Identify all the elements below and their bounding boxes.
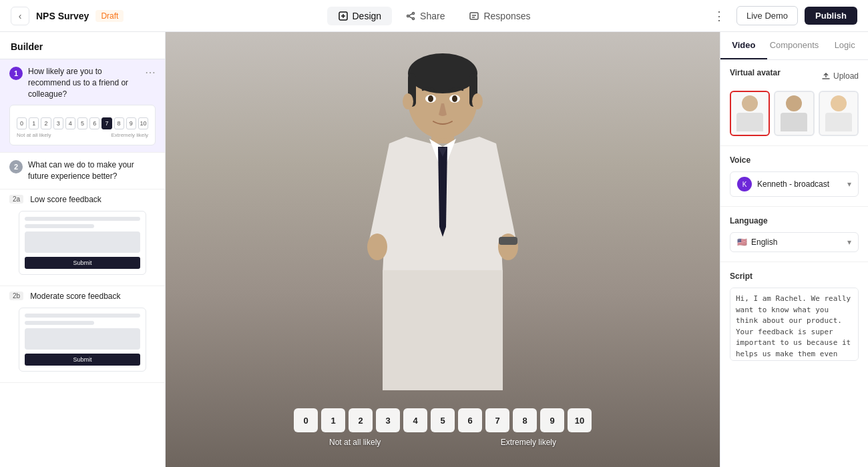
tab-design[interactable]: Design xyxy=(327,7,393,25)
nps-button-3[interactable]: 3 xyxy=(376,408,400,432)
nav-right: ⋮ Live Demo Publish xyxy=(575,5,857,27)
q2b-badge: 2b xyxy=(9,292,23,300)
nps-button-0[interactable]: 0 xyxy=(294,408,318,432)
q1-header: 1 How likely are you to recommend us to … xyxy=(9,66,156,99)
design-icon xyxy=(338,11,349,21)
nps-button-2[interactable]: 2 xyxy=(349,408,373,432)
divider-1 xyxy=(720,145,868,146)
fake-line-3 xyxy=(25,314,140,318)
right-panel: Video Components Logic Virtual avatar Up… xyxy=(720,32,868,467)
avatar-upload-row: Virtual avatar Upload xyxy=(730,68,859,84)
divider-2 xyxy=(720,206,868,207)
q1-text: How likely are you to recommend us to a … xyxy=(28,66,140,99)
publish-button[interactable]: Publish xyxy=(805,7,857,25)
fake-line-2 xyxy=(25,224,94,228)
q1-preview: 0 1 2 3 4 5 6 7 8 9 10 Not at all likely… xyxy=(9,105,156,145)
language-label: Language xyxy=(730,216,859,225)
svg-point-3 xyxy=(413,17,415,19)
question-item-2b[interactable]: 2b Moderate score feedback Submit xyxy=(0,286,165,383)
live-demo-button[interactable]: Live Demo xyxy=(736,6,798,25)
fake-line-1 xyxy=(25,217,140,221)
share-icon xyxy=(405,11,416,21)
avatar-2-placeholder xyxy=(775,92,813,135)
fake-line-4 xyxy=(25,321,94,325)
q2a-title: Low score feedback xyxy=(30,195,101,204)
nps-button-5[interactable]: 5 xyxy=(431,408,455,432)
draft-badge: Draft xyxy=(95,10,124,22)
language-dropdown[interactable]: 🇺🇸 English ▾ xyxy=(730,232,859,252)
back-button[interactable]: ‹ xyxy=(11,7,29,25)
virtual-avatar-section: Virtual avatar Upload xyxy=(720,60,868,144)
fake-textarea-2 xyxy=(25,328,140,350)
q2a-preview: Submit xyxy=(19,211,146,275)
svg-point-1 xyxy=(413,12,415,14)
panel-tabs: Video Components Logic xyxy=(720,32,868,60)
avatar-grid xyxy=(730,91,859,136)
nps-button-8[interactable]: 8 xyxy=(513,408,537,432)
q2-number: 2 xyxy=(9,160,23,173)
svg-point-17 xyxy=(452,95,457,102)
avatar3-body xyxy=(825,113,852,131)
voice-label: Voice xyxy=(730,155,859,165)
svg-rect-13 xyxy=(383,270,503,390)
svg-rect-4 xyxy=(470,13,478,19)
avatar3-head xyxy=(831,95,847,111)
submit-btn-preview: Submit xyxy=(25,257,140,269)
panel-tab-components[interactable]: Components xyxy=(767,32,822,59)
q2-text: What can we do to make your future exper… xyxy=(28,159,156,182)
responses-icon xyxy=(469,11,479,21)
q2b-title: Moderate score feedback xyxy=(30,292,120,301)
svg-point-2 xyxy=(407,15,409,17)
upload-button[interactable]: Upload xyxy=(821,70,859,82)
voice-selected-label: Kenneth - broadcast xyxy=(757,179,829,189)
nps-button-9[interactable]: 9 xyxy=(540,408,564,432)
language-selected-label: English xyxy=(751,238,777,247)
flag-icon: 🇺🇸 xyxy=(737,238,747,247)
avatar-svg xyxy=(343,40,543,427)
question-item-2[interactable]: 2 What can we do to make your future exp… xyxy=(0,153,165,189)
svg-point-18 xyxy=(403,93,413,109)
script-section: Script xyxy=(720,264,868,372)
nps-footer-labels: Not at all likely Extremely likely xyxy=(329,438,556,447)
nps-button-6[interactable]: 6 xyxy=(458,408,482,432)
upload-icon xyxy=(821,71,831,81)
avatar2-head xyxy=(786,95,802,111)
q1-more-button[interactable]: ⋯ xyxy=(145,66,156,79)
nps-button-4[interactable]: 4 xyxy=(403,408,427,432)
tab-share[interactable]: Share xyxy=(395,7,455,25)
survey-title: NPS Survey xyxy=(36,11,89,21)
nav-left: ‹ NPS Survey Draft xyxy=(11,7,293,25)
svg-rect-12 xyxy=(499,237,517,245)
nps-buttons-row: 012345678910 xyxy=(294,408,592,432)
tab-responses[interactable]: Responses xyxy=(458,7,541,25)
nps-button-10[interactable]: 10 xyxy=(568,408,592,432)
script-textarea[interactable] xyxy=(730,288,859,361)
avatar-3-placeholder xyxy=(820,92,857,135)
avatar-option-1[interactable] xyxy=(730,91,770,136)
svg-point-10 xyxy=(367,234,387,260)
virtual-avatar-label: Virtual avatar xyxy=(730,68,781,77)
avatar2-body xyxy=(781,113,807,131)
avatar-option-2[interactable] xyxy=(774,91,814,136)
nps-button-7[interactable]: 7 xyxy=(485,408,509,432)
panel-tab-logic[interactable]: Logic xyxy=(821,32,868,59)
svg-point-19 xyxy=(472,93,483,109)
question-item-2a[interactable]: 2a Low score feedback Submit xyxy=(0,189,165,286)
submit-btn-preview-2: Submit xyxy=(25,354,140,366)
video-area: 012345678910 Not at all likely Extremely… xyxy=(166,32,720,467)
voice-avatar-icon: K xyxy=(737,177,752,191)
q2b-preview: Submit xyxy=(19,308,146,372)
question-item-1[interactable]: 1 How likely are you to recommend us to … xyxy=(0,59,165,153)
voice-dropdown[interactable]: K Kenneth - broadcast ▾ xyxy=(730,171,859,197)
script-label: Script xyxy=(730,272,859,281)
avatar-option-3[interactable] xyxy=(819,91,859,136)
q1-number: 1 xyxy=(9,67,23,80)
nps-button-1[interactable]: 1 xyxy=(321,408,345,432)
main-content: Builder 1 How likely are you to recommen… xyxy=(0,32,868,467)
more-options-button[interactable]: ⋮ xyxy=(708,5,730,27)
nps-overlay: 012345678910 Not at all likely Extremely… xyxy=(329,408,556,447)
fake-textarea xyxy=(25,231,140,253)
panel-tab-video[interactable]: Video xyxy=(720,32,767,59)
q2a-badge: 2a xyxy=(9,195,23,203)
voice-section: Voice K Kenneth - broadcast ▾ xyxy=(720,147,868,205)
